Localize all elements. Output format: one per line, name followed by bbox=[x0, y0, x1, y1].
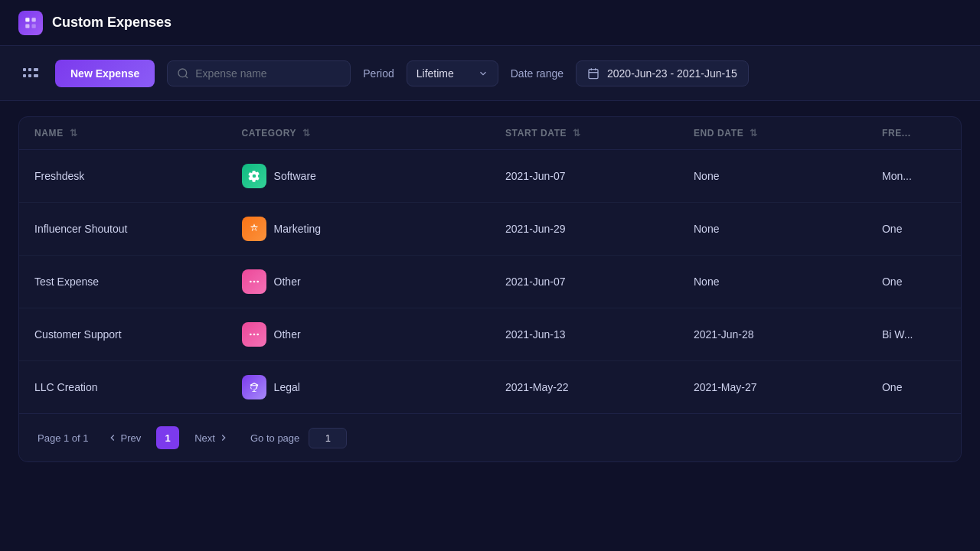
svg-point-20 bbox=[253, 334, 255, 336]
svg-rect-1 bbox=[32, 18, 36, 21]
table-row[interactable]: Freshdesk Software 2021-Jun-07 None Mon.… bbox=[19, 150, 961, 203]
cell-start-date-4: 2021-May-22 bbox=[490, 361, 678, 414]
table-row[interactable]: Test Expense Other 2021-Jun-07 None One bbox=[19, 256, 961, 308]
cell-category-0: Software bbox=[227, 150, 490, 203]
cell-frequency-2: One bbox=[867, 256, 961, 308]
cell-name-2: Test Expense bbox=[19, 256, 227, 308]
search-wrapper bbox=[167, 60, 351, 86]
col-header-frequency[interactable]: FRE... bbox=[867, 117, 961, 150]
cell-start-date-2: 2021-Jun-07 bbox=[490, 256, 678, 308]
svg-rect-0 bbox=[25, 18, 29, 21]
cell-category-2: Other bbox=[227, 256, 490, 308]
next-page-button[interactable]: Next bbox=[188, 428, 235, 448]
search-input[interactable] bbox=[195, 67, 341, 80]
svg-line-11 bbox=[185, 76, 188, 78]
svg-point-19 bbox=[250, 334, 252, 336]
toolbar: New Expense Period Lifetime Date range 2… bbox=[0, 46, 980, 101]
period-value: Lifetime bbox=[416, 67, 472, 80]
period-select[interactable]: Lifetime bbox=[407, 60, 498, 86]
header: Custom Expenses bbox=[0, 0, 980, 46]
cell-name-4: LLC Creation bbox=[19, 361, 227, 414]
app-logo bbox=[18, 11, 43, 35]
svg-point-10 bbox=[178, 69, 187, 77]
svg-rect-7 bbox=[23, 74, 26, 77]
svg-rect-12 bbox=[589, 69, 598, 78]
sort-icon-category: ⇅ bbox=[302, 128, 311, 139]
category-icon-3 bbox=[242, 322, 266, 347]
new-expense-button[interactable]: New Expense bbox=[55, 60, 155, 87]
page-info: Page 1 of 1 bbox=[38, 432, 89, 444]
cell-category-4: Legal bbox=[227, 361, 490, 414]
go-to-page-input[interactable] bbox=[309, 428, 347, 448]
svg-rect-5 bbox=[28, 68, 31, 71]
cell-category-3: Other bbox=[227, 308, 490, 361]
pagination-bar: Page 1 of 1 Prev 1 Next Go to page bbox=[19, 413, 961, 461]
sort-icon-start-date: ⇅ bbox=[573, 128, 581, 139]
col-header-start-date[interactable]: START DATE ⇅ bbox=[490, 117, 678, 150]
page-1-button[interactable]: 1 bbox=[156, 426, 179, 449]
svg-point-21 bbox=[256, 334, 259, 336]
svg-rect-6 bbox=[34, 68, 38, 71]
cell-end-date-2: None bbox=[678, 256, 867, 308]
cell-frequency-1: One bbox=[867, 203, 961, 256]
search-icon bbox=[177, 67, 189, 80]
col-header-end-date[interactable]: END DATE ⇅ bbox=[678, 117, 867, 150]
cell-frequency-0: Mon... bbox=[867, 150, 961, 203]
chevron-down-icon bbox=[478, 68, 488, 79]
table-row[interactable]: LLC Creation Legal 2021-May-22 2021-May-… bbox=[19, 361, 961, 414]
table-container: NAME ⇅ CATEGORY ⇅ START DATE ⇅ END DATE … bbox=[18, 116, 962, 462]
table-row[interactable]: Influencer Shoutout Marketing 2021-Jun-2… bbox=[19, 203, 961, 256]
table-body: Freshdesk Software 2021-Jun-07 None Mon.… bbox=[19, 150, 961, 414]
sort-icon-end-date: ⇅ bbox=[750, 128, 758, 139]
cell-end-date-1: None bbox=[678, 203, 867, 256]
date-range-label: Date range bbox=[511, 67, 564, 80]
cell-name-0: Freshdesk bbox=[19, 150, 227, 203]
svg-point-18 bbox=[256, 281, 259, 283]
cell-frequency-3: Bi W... bbox=[867, 308, 961, 361]
cell-frequency-4: One bbox=[867, 361, 961, 414]
category-icon-4 bbox=[242, 375, 266, 399]
main-content: NAME ⇅ CATEGORY ⇅ START DATE ⇅ END DATE … bbox=[0, 101, 980, 478]
svg-rect-8 bbox=[28, 74, 31, 77]
cell-name-1: Influencer Shoutout bbox=[19, 203, 227, 256]
prev-page-button[interactable]: Prev bbox=[101, 428, 148, 448]
table-row[interactable]: Customer Support Other 2021-Jun-13 2021-… bbox=[19, 308, 961, 361]
category-label-0: Software bbox=[274, 170, 316, 182]
svg-rect-2 bbox=[25, 24, 29, 28]
table-header: NAME ⇅ CATEGORY ⇅ START DATE ⇅ END DATE … bbox=[19, 117, 961, 150]
category-label-4: Legal bbox=[274, 381, 300, 393]
chevron-right-icon bbox=[218, 432, 229, 443]
cell-name-3: Customer Support bbox=[19, 308, 227, 361]
cell-end-date-0: None bbox=[678, 150, 867, 203]
cell-end-date-4: 2021-May-27 bbox=[678, 361, 867, 414]
svg-point-17 bbox=[253, 281, 255, 283]
sort-icon-name: ⇅ bbox=[70, 128, 78, 139]
svg-rect-9 bbox=[34, 74, 38, 77]
period-label: Period bbox=[363, 67, 394, 80]
svg-point-16 bbox=[250, 281, 252, 283]
chevron-left-icon bbox=[107, 432, 118, 443]
cell-end-date-3: 2021-Jun-28 bbox=[678, 308, 867, 361]
svg-rect-4 bbox=[23, 68, 26, 71]
page-title: Custom Expenses bbox=[52, 15, 172, 31]
go-to-page-label: Go to page bbox=[250, 432, 299, 444]
date-range-picker[interactable]: 2020-Jun-23 - 2021-Jun-15 bbox=[576, 60, 749, 86]
col-header-category[interactable]: CATEGORY ⇅ bbox=[227, 117, 490, 150]
expenses-table: NAME ⇅ CATEGORY ⇅ START DATE ⇅ END DATE … bbox=[19, 117, 961, 413]
category-label-1: Marketing bbox=[274, 223, 321, 235]
cell-start-date-0: 2021-Jun-07 bbox=[490, 150, 678, 203]
menu-toggle-button[interactable] bbox=[18, 61, 43, 86]
cell-start-date-1: 2021-Jun-29 bbox=[490, 203, 678, 256]
cell-category-1: Marketing bbox=[227, 203, 490, 256]
cell-start-date-3: 2021-Jun-13 bbox=[490, 308, 678, 361]
svg-rect-3 bbox=[32, 24, 36, 28]
category-icon-0 bbox=[242, 164, 266, 188]
category-label-3: Other bbox=[274, 328, 301, 341]
category-icon-1 bbox=[242, 217, 266, 241]
category-label-2: Other bbox=[274, 276, 301, 288]
calendar-icon bbox=[587, 67, 599, 80]
col-header-name[interactable]: NAME ⇅ bbox=[19, 117, 227, 150]
category-icon-2 bbox=[242, 269, 266, 294]
date-range-value: 2020-Jun-23 - 2021-Jun-15 bbox=[607, 67, 737, 80]
